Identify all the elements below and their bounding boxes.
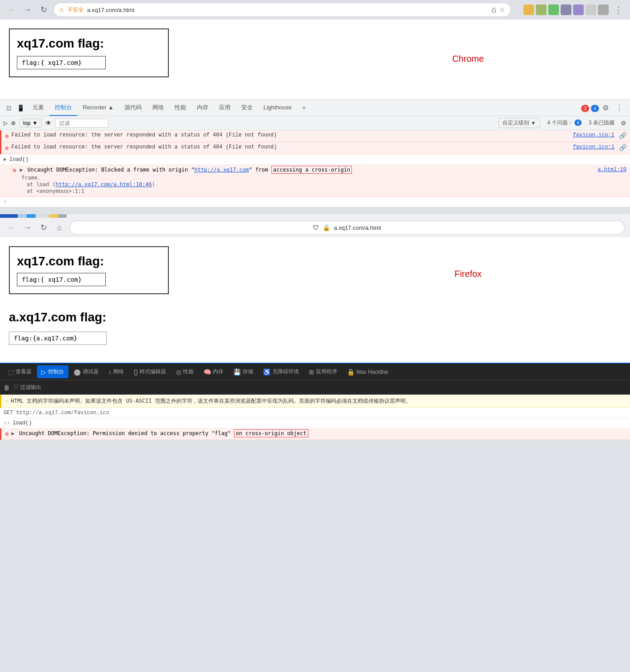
ff-tab-debugger[interactable]: ⬤ 调试器 [69, 365, 103, 378]
refresh-button[interactable]: ↻ [37, 4, 50, 16]
tab-sources[interactable]: 源代码 [119, 100, 147, 116]
error-text-2: Failed to load resource: the server resp… [11, 144, 566, 150]
settings-gear-icon[interactable]: ⚙ [621, 120, 626, 127]
ff-tab-network[interactable]: ↕ 网络 [104, 365, 128, 378]
ff-tab-memory[interactable]: 🧠 内存 [199, 365, 228, 378]
error-link-icon-2[interactable]: 🔗 [619, 144, 626, 152]
tab-network[interactable]: 网络 [147, 100, 169, 116]
chrome-menu-button[interactable]: ⋮ [612, 3, 625, 17]
tab-more[interactable]: » [297, 100, 311, 115]
ff-tab-performance[interactable]: ◎ 性能 [171, 365, 198, 378]
chrome-page-content: xq17.com flag: Chrome [0, 20, 630, 100]
tab-performance[interactable]: 性能 [169, 100, 191, 116]
eye-icon[interactable]: 👁 [45, 120, 52, 127]
error-detail-3: at <anonymous>:1:1 [27, 188, 626, 194]
devtools-picker-icon[interactable]: ⊡ [4, 103, 14, 113]
ff-second-section: a.xq17.com flag: [9, 301, 621, 354]
execute-icon[interactable]: ▷ [4, 120, 8, 126]
swatch-6 [586, 4, 596, 15]
dropdown-arrow: ▼ [32, 120, 38, 126]
ff-perf-icon: ◎ [176, 368, 181, 376]
ff-tab-console[interactable]: ▷ 控制台 [37, 365, 68, 378]
address-bar[interactable]: ⚠ 不安全 a.xq17.com/a.html ⎙ ☆ [53, 3, 511, 17]
chrome-left-content: xq17.com flag: [9, 28, 315, 84]
error-source-1[interactable]: favicon.ico:1 [569, 132, 614, 138]
ff-tab-accessibility[interactable]: ♿ 无障碍环境 [259, 365, 303, 378]
tab-elements[interactable]: 元素 [27, 100, 49, 116]
ff-console-messages: ⚠ HTML 文档的字符编码未声明。如果该文件包含 US-ASCII 范围之外的… [0, 395, 630, 440]
console-filter-input[interactable] [55, 119, 108, 128]
block-icon[interactable]: ⊘ [11, 120, 16, 126]
expand-arrow[interactable]: ▶ [4, 156, 7, 163]
swatch-5 [573, 4, 584, 15]
error-source-2[interactable]: favicon.ico:1 [569, 144, 614, 150]
share-icon[interactable]: ⎙ [492, 6, 496, 14]
ff-flag-input[interactable] [17, 273, 106, 286]
chrome-devtools: ⊡ 📱 元素 控制台 Recorder ▲ 源代码 网络 性能 内存 应用 安全… [0, 100, 630, 207]
at-load-link[interactable]: http://a.xq17.com/a.html:10:46 [56, 181, 152, 188]
tab-security[interactable]: 安全 [236, 100, 258, 116]
forward-button[interactable]: → [21, 4, 34, 16]
ff-home-button[interactable]: ⌂ [53, 221, 66, 234]
ff-forward-button[interactable]: → [21, 221, 34, 234]
ff-console-icon: ▷ [41, 368, 46, 376]
hidden-count: 3 条已隐藏 [589, 119, 614, 127]
ff-tab-hackbar[interactable]: 🔒 Max HackBar [343, 366, 393, 378]
bookmark-icon[interactable]: ☆ [499, 6, 505, 14]
ff-second-input[interactable] [9, 332, 107, 345]
ff-clear-button[interactable]: 🗑 [4, 384, 10, 391]
browser-separator [0, 207, 630, 214]
error-icon-1: ⊗ [5, 132, 8, 140]
ff-tab-style[interactable]: {} 样式编辑器 [129, 365, 171, 378]
chrome-flag-input[interactable] [17, 56, 106, 69]
devtools-settings-button[interactable]: ⚙ [599, 102, 612, 114]
expand-arrow-2[interactable]: ▶ [20, 167, 23, 173]
swatch-3 [548, 4, 559, 15]
ff-filter-output-button[interactable]: ▽ 过滤输出 [13, 384, 41, 391]
swatch-1 [523, 4, 534, 15]
ff-lock-icon: 🔒 [323, 224, 330, 231]
ff-tab-performance-label: 性能 [183, 368, 194, 376]
error-text-3: Uncaught DOMException: Blocked a frame w… [28, 167, 352, 173]
ff-console-toolbar: 🗑 ▽ 过滤输出 [0, 380, 630, 395]
issues-count: 4 个问题： 4 [547, 119, 582, 127]
ff-refresh-button[interactable]: ↻ [37, 221, 50, 234]
ff-tab-apps[interactable]: ⊞ 应用程序 [304, 365, 342, 378]
ff-address-bar[interactable]: 🛡 🔒 a.xq17.com/a.html [69, 220, 625, 235]
console-prompt[interactable]: › [0, 197, 630, 207]
ff-expand-arrow-2[interactable]: ▶ [11, 430, 14, 437]
tab-memory[interactable]: 内存 [191, 100, 214, 116]
chrome-page-box: xq17.com flag: [9, 28, 169, 77]
firefox-color-strip [0, 214, 630, 218]
error-link[interactable]: http://a.xq17.com [194, 167, 249, 173]
back-button[interactable]: ← [5, 4, 18, 16]
ff-tab-apps-label: 应用程序 [316, 368, 337, 376]
tab-lighthouse[interactable]: Lighthouse [258, 100, 297, 115]
ff-tab-storage[interactable]: 💾 存储 [229, 365, 258, 378]
tab-recorder[interactable]: Recorder ▲ [77, 100, 119, 115]
security-warning-icon: ⚠ [59, 7, 64, 13]
ff-tab-a11y-label: 无障碍环境 [272, 368, 299, 376]
ff-back-button[interactable]: ← [5, 221, 18, 234]
devtools-device-icon[interactable]: 📱 [14, 103, 27, 113]
ff-warning-1: ⚠ HTML 文档的字符编码未声明。如果该文件包含 US-ASCII 范围之外的… [0, 395, 630, 408]
swatch-4 [561, 4, 571, 15]
top-frame-select[interactable]: top ▼ [19, 119, 42, 128]
devtools-more-button[interactable]: ⋮ [612, 102, 626, 114]
error-link-icon-1[interactable]: 🔗 [619, 132, 626, 140]
ff-error-main: Uncaught DOMException: Permission denied… [19, 430, 231, 436]
prompt-arrow: › [4, 199, 7, 205]
log-level-select[interactable]: 自定义级别 ▼ [498, 118, 540, 128]
swatch-2 [536, 4, 546, 15]
tab-console[interactable]: 控制台 [49, 100, 77, 116]
error-source-3[interactable]: a.html:10 [598, 167, 626, 173]
ff-page-title: xq17.com flag: [17, 254, 161, 268]
ff-expand-arrow[interactable]: ›› [4, 420, 10, 426]
ff-network-icon: ↕ [108, 368, 112, 376]
ff-tab-inspector-label: 查看器 [16, 368, 32, 376]
ff-warning-icon: ⚠ [5, 397, 8, 404]
error-detail-2: at load (http://a.xq17.com/a.html:10:46) [27, 181, 626, 188]
ff-tab-inspector[interactable]: ⬚ 查看器 [4, 365, 36, 378]
tab-application[interactable]: 应用 [214, 100, 236, 116]
ff-warning-text: HTML 文档的字符编码未声明。如果该文件包含 US-ASCII 范围之外的字符… [11, 397, 411, 405]
